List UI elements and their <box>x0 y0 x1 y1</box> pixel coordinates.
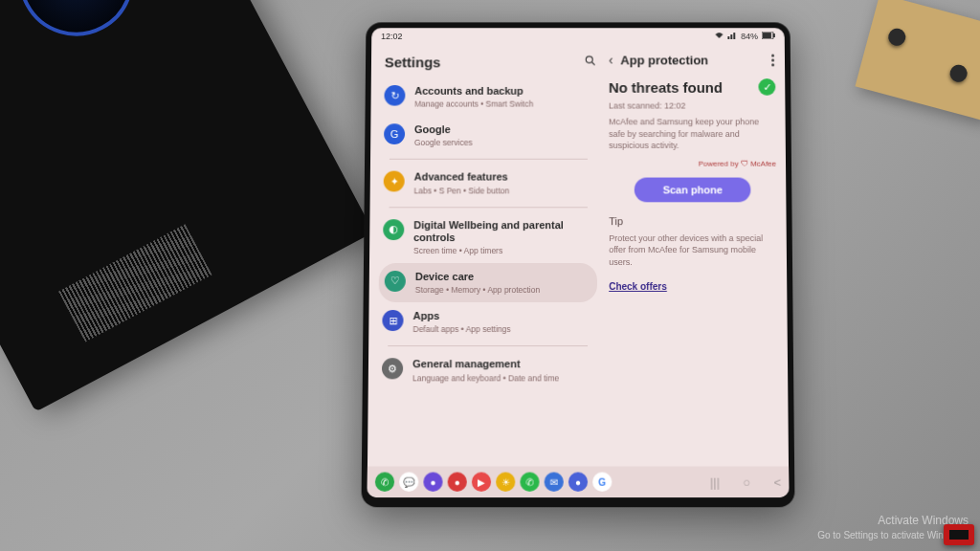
browser-app-icon[interactable]: ● <box>423 473 442 492</box>
tip-text: Protect your other devices with a specia… <box>609 232 777 269</box>
sidebar-item-apps[interactable]: ⊞ Apps Default apps • App settings <box>378 302 597 342</box>
divider <box>389 207 588 208</box>
status-bar: 12:02 84% <box>371 28 785 45</box>
protection-description: McAfee and Samsung keep your phone safe … <box>609 116 776 151</box>
sidebar-item-subtitle: Screen time • App timers <box>413 246 593 255</box>
tablet-device: 12:02 84% Settings <box>361 22 794 507</box>
detail-pane: ‹ App protection No threats found ✓ Last… <box>603 45 789 467</box>
signal-icon <box>727 32 737 41</box>
tablet-screen: 12:02 84% Settings <box>368 28 790 497</box>
sidebar-item-google[interactable]: G Google Google services <box>380 117 597 156</box>
sidebar-item-label: Apps <box>413 310 511 322</box>
settings-pane[interactable]: Settings ↻ Accounts and backup Manage ac… <box>368 45 603 467</box>
svg-rect-1 <box>763 33 771 38</box>
sidebar-item-device-care[interactable]: ♡ Device care Storage • Memory • App pro… <box>379 263 598 302</box>
sidebar-item-label: Google <box>414 123 473 136</box>
divider <box>388 345 588 346</box>
sidebar-item-subtitle: Google services <box>414 138 473 147</box>
app-icon[interactable]: ☀ <box>496 473 515 492</box>
svg-line-4 <box>592 62 595 65</box>
messages-app-icon[interactable]: 💬 <box>399 473 418 492</box>
sidebar-item-digital-wellbeing[interactable]: ◐ Digital Wellbeing and parental control… <box>379 211 597 263</box>
battery-icon <box>762 32 775 41</box>
threat-status: No threats found <box>609 79 751 96</box>
sidebar-item-label: Device care <box>415 271 540 283</box>
google-app-icon[interactable]: G <box>592 473 612 492</box>
wellbeing-icon: ◐ <box>383 219 404 240</box>
whatsapp-app-icon[interactable]: ✆ <box>520 473 539 492</box>
divider <box>390 159 588 160</box>
nav-home-icon[interactable]: ○ <box>743 474 750 489</box>
sidebar-item-label: Digital Wellbeing and parental controls <box>413 219 593 244</box>
svg-point-3 <box>586 56 592 63</box>
sidebar-item-subtitle: Labs • S Pen • Side button <box>414 186 510 195</box>
taskbar-apps: ✆ 💬 ● ● ▶ ☀ ✆ ✉ ● G <box>375 473 612 492</box>
settings-title: Settings <box>385 55 441 71</box>
sidebar-item-label: General management <box>412 359 559 371</box>
product-box: Galaxy Z Fold6 <box>0 0 373 411</box>
sidebar-item-accounts-backup[interactable]: ↻ Accounts and backup Manage accounts • … <box>380 77 597 116</box>
check-offers-link[interactable]: Check offers <box>609 281 667 292</box>
wooden-gadget <box>855 0 980 121</box>
sidebar-item-label: Accounts and backup <box>414 85 533 98</box>
tip-heading: Tip <box>609 215 777 227</box>
status-battery: 84% <box>741 32 758 41</box>
powered-by-label: Powered by 🛡 McAfee <box>609 160 776 168</box>
shield-check-icon: ✓ <box>758 78 775 96</box>
search-icon[interactable] <box>584 55 597 71</box>
sidebar-item-general-management[interactable]: ⚙ General management Language and keyboa… <box>378 350 597 389</box>
google-icon: G <box>384 123 405 144</box>
back-icon[interactable]: ‹ <box>609 53 613 68</box>
sidebar-item-advanced-features[interactable]: ✦ Advanced features Labs • S Pen • Side … <box>380 164 598 203</box>
app-icon[interactable]: ✉ <box>545 473 564 492</box>
scan-phone-button[interactable]: Scan phone <box>635 177 751 202</box>
apps-icon: ⊞ <box>382 310 403 331</box>
sidebar-item-subtitle: Default apps • App settings <box>412 324 510 334</box>
wifi-icon <box>714 32 724 41</box>
more-options-icon[interactable] <box>771 54 775 66</box>
gear-icon: ⚙ <box>382 359 403 380</box>
sync-icon: ↻ <box>384 85 405 106</box>
sidebar-item-label: Advanced features <box>414 171 510 184</box>
status-time: 12:02 <box>381 32 402 41</box>
phone-app-icon[interactable]: ✆ <box>375 473 394 492</box>
app-icon[interactable]: ● <box>568 473 588 492</box>
star-icon: ✦ <box>384 171 405 192</box>
page-title: App protection <box>620 53 764 67</box>
sidebar-item-subtitle: Storage • Memory • App protection <box>415 285 540 295</box>
box-barcode <box>58 224 212 342</box>
nav-recents-icon[interactable]: ||| <box>710 474 720 489</box>
device-care-icon: ♡ <box>385 271 406 292</box>
box-hinge-graphic <box>0 0 154 56</box>
sidebar-item-subtitle: Manage accounts • Smart Switch <box>414 99 533 109</box>
svg-rect-2 <box>773 33 775 37</box>
channel-logo <box>944 524 974 545</box>
youtube-app-icon[interactable]: ▶ <box>472 473 491 492</box>
app-icon[interactable]: ● <box>448 473 467 492</box>
sidebar-item-subtitle: Language and keyboard • Date and time <box>412 373 559 383</box>
taskbar: ✆ 💬 ● ● ▶ ☀ ✆ ✉ ● G ||| ○ < <box>368 466 790 497</box>
last-scan-label: Last scanned: 12:02 <box>609 101 776 111</box>
nav-back-icon[interactable]: < <box>773 474 781 489</box>
